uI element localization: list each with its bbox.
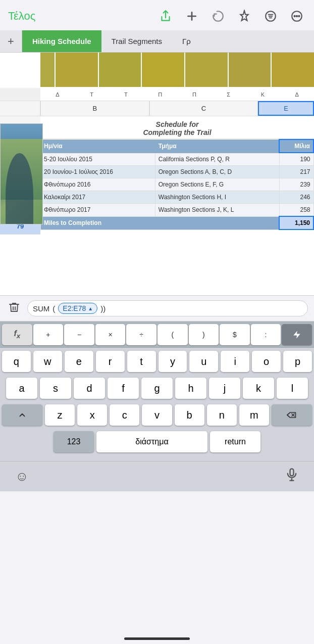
section-cell[interactable]: Washington Sections H, I [155,191,279,204]
add-button[interactable] [183,7,201,25]
mic-button[interactable] [285,468,299,485]
date-cell[interactable]: Καλοκαίρι 2017 [41,191,155,204]
miles-cell[interactable]: 258 [279,204,313,217]
col-header-date: Ημ/νία [41,140,155,153]
share-button[interactable] [156,7,175,25]
date-cell[interactable]: 5-20 Ιουλίου 2015 [41,153,155,166]
key-a[interactable]: a [6,378,37,399]
col-header-section: Τμήμα [155,140,279,153]
minus-button[interactable]: − [64,324,94,345]
key-y[interactable]: y [159,351,187,372]
date-cell[interactable]: 20 Ιουνίου-1 Ιούλιος 2016 [41,166,155,178]
tab-add-button[interactable]: + [0,30,22,52]
table-row: 20 Ιουνίου-1 Ιούλιος 2016 Oregon Section… [41,166,314,178]
key-w[interactable]: w [33,351,62,372]
key-p[interactable]: p [283,351,312,372]
more-button[interactable] [288,7,306,25]
date-cell[interactable]: Φθινόπωρο 2016 [41,178,155,191]
key-k[interactable]: k [243,378,274,399]
shift-button[interactable] [2,404,42,426]
spreadsheet-area: Δ Τ Τ Π Π Σ Κ Δ B C E Schedule for 18 32… [0,53,314,295]
col-header-miles: Μίλια [279,140,313,153]
key-i[interactable]: i [221,351,249,372]
colon-button[interactable]: : [251,324,281,345]
pin-button[interactable] [235,7,253,25]
tab-hiking-schedule[interactable]: Hiking Schedule [22,30,101,52]
open-paren-button[interactable]: ( [158,324,188,345]
key-q[interactable]: q [2,351,31,372]
section-cell[interactable]: California Sections P, Q, R [155,153,279,166]
key-b[interactable]: b [175,404,204,426]
return-label: return [225,437,246,446]
key-s[interactable]: s [40,378,71,399]
filter-button[interactable] [261,7,280,25]
key-x[interactable]: x [77,404,107,426]
num-button[interactable]: 123 [54,431,94,452]
svg-marker-11 [293,331,300,338]
table-row: Καλοκαίρι 2017 Washington Sections H, I … [41,191,314,204]
space-button[interactable]: διάστημα [96,431,207,452]
close-paren-button[interactable]: ) [189,324,219,345]
delete-button[interactable] [6,299,22,318]
section-cell[interactable]: Washington Sections J, K, L [155,204,279,217]
formula-range[interactable]: E2:E78 ▲ [58,303,97,314]
tab-trail-segments[interactable]: Trail Segments [101,30,172,52]
miles-cell[interactable]: 246 [279,191,313,204]
col-header-c[interactable]: C [149,101,258,116]
tab-partial[interactable]: Γρ [172,30,201,52]
formula-range-text: E2:E78 [63,304,86,312]
miles-cell[interactable]: 217 [279,166,313,178]
mic-icon [285,468,299,482]
formula-function: SUM [33,304,49,313]
undo-button[interactable] [209,7,227,25]
total-label: Miles to Completion [41,216,280,229]
key-e[interactable]: e [65,351,93,372]
col-header-e[interactable]: E [258,101,314,116]
miles-cell[interactable]: 190 [279,153,313,166]
key-h[interactable]: h [175,378,206,399]
day-label-4: Π [143,88,177,101]
table-row: Φθινόπωρο 2017 Washington Sections J, K,… [41,204,314,217]
svg-point-9 [296,16,297,17]
emoji-button[interactable]: ☺ [15,469,29,484]
key-n[interactable]: n [207,404,237,426]
key-t[interactable]: t [127,351,156,372]
fx-button[interactable]: fx [2,324,32,345]
formula-pill[interactable]: SUM ( E2:E78 ▲ )) [27,300,308,316]
space-label: διάστημα [135,437,168,446]
section-cell[interactable]: Oregon Sections A, B, C, D [155,166,279,178]
telos-button[interactable]: Τέλος [8,10,35,23]
plus-label: + [46,331,50,339]
backspace-button[interactable] [272,404,312,426]
data-table-wrapper: Schedule for Completing the Trail Ημ/νία… [40,116,314,235]
col-header-b[interactable]: B [40,101,149,116]
key-v[interactable]: v [142,404,172,426]
divide-button[interactable]: ÷ [126,324,156,345]
key-f[interactable]: f [108,378,139,399]
key-u[interactable]: u [189,351,218,372]
multiply-button[interactable]: × [95,324,126,345]
key-d[interactable]: d [74,378,105,399]
miles-cell[interactable]: 239 [279,178,313,191]
key-z[interactable]: z [45,404,75,426]
table-container: Schedule for 18 32 46 62 78 79 Schedule … [0,116,314,235]
day-labels-row: Δ Τ Τ Π Π Σ Κ Δ [0,88,314,101]
key-r[interactable]: r [96,351,125,372]
key-c[interactable]: c [110,404,139,426]
multiply-label: × [108,331,112,339]
plus-button[interactable]: + [33,324,64,345]
return-button[interactable]: return [210,431,260,452]
key-o[interactable]: o [252,351,281,372]
key-g[interactable]: g [141,378,173,399]
date-cell[interactable]: Φθινόπωρο 2017 [41,204,155,217]
key-row-2: a s d f g h j k l [2,378,312,399]
colon-label: : [265,331,267,339]
backspace-icon [287,410,297,420]
key-m[interactable]: m [239,404,269,426]
lightning-button[interactable] [282,324,312,345]
dollar-button[interactable]: $ [220,324,250,345]
total-value[interactable]: 1,150 [279,216,313,229]
key-l[interactable]: l [277,378,308,399]
section-cell[interactable]: Oregon Sections E, F, G [155,178,279,191]
key-j[interactable]: j [209,378,240,399]
